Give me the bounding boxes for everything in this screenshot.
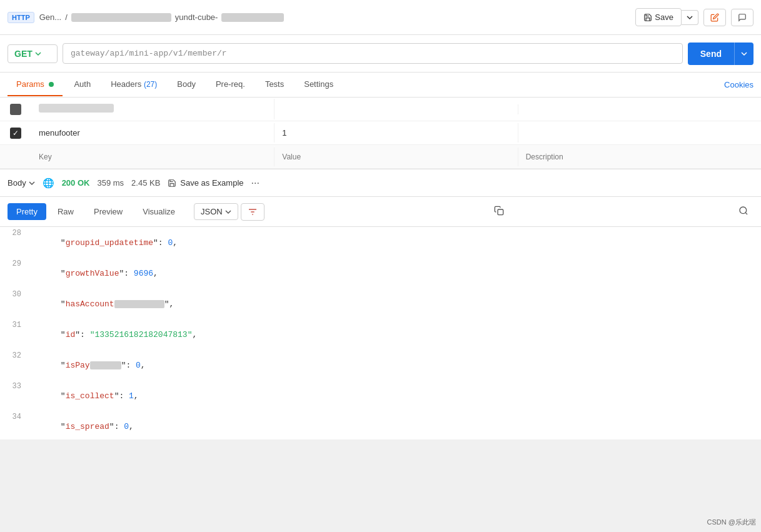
- tab-params-label: Params: [16, 79, 44, 89]
- line-number: 28: [0, 228, 31, 238]
- list-item: 32 "isPay": 0,: [0, 349, 761, 380]
- svg-line-5: [745, 213, 747, 214]
- view-tab-preview-label: Preview: [94, 207, 123, 216]
- table-row: menufooter 1: [0, 121, 761, 145]
- list-item: 28 "groupid_updatetime": 0,: [0, 227, 761, 258]
- line-content: "isPay": 0,: [31, 350, 761, 379]
- save-button[interactable]: Save: [635, 8, 682, 26]
- blur-32: [90, 361, 121, 369]
- cookies-link[interactable]: Cookies: [724, 80, 753, 89]
- col-header-key: Key: [31, 148, 275, 166]
- status-badge: 200 OK: [62, 178, 90, 188]
- body-dropdown[interactable]: Body: [8, 178, 35, 188]
- view-tab-pretty[interactable]: Pretty: [8, 203, 46, 220]
- line-number: 34: [0, 411, 31, 421]
- breadcrumb: Gen... / yundt-cube-: [39, 13, 631, 22]
- tab-auth[interactable]: Auth: [65, 73, 99, 96]
- response-size: 2.45 KB: [131, 178, 160, 188]
- list-item: 33 "is_collect": 1,: [0, 380, 761, 411]
- header-actions: Save: [635, 8, 753, 26]
- edit-icon: [710, 13, 719, 22]
- param-value-menufooter: 1: [275, 123, 518, 143]
- breadcrumb-gen: Gen...: [39, 13, 61, 22]
- line-content: "is_collect": 1,: [31, 381, 761, 410]
- filter-button[interactable]: [241, 203, 265, 221]
- param-key-menufooter: menufooter: [31, 123, 275, 143]
- tab-auth-label: Auth: [74, 79, 91, 89]
- tab-params[interactable]: Params: [8, 73, 63, 96]
- line-number: 29: [0, 258, 31, 268]
- edit-button[interactable]: [703, 9, 726, 26]
- chevron-down-icon: [687, 14, 693, 21]
- tab-body-label: Body: [177, 79, 196, 89]
- list-item: 29 "growthValue": 9696,: [0, 258, 761, 288]
- view-tab-raw[interactable]: Raw: [49, 203, 83, 220]
- params-table: menufooter 1 Key Value Description: [0, 98, 761, 169]
- format-select[interactable]: JSON: [194, 203, 238, 220]
- line-content: "groupid_updatetime": 0,: [31, 228, 761, 257]
- line-number: 30: [0, 289, 31, 299]
- send-label: Send: [688, 44, 734, 64]
- view-tab-visualize-label: Visualize: [143, 207, 175, 216]
- list-item: 30 "hasAccount",: [0, 288, 761, 319]
- svg-rect-3: [498, 209, 503, 215]
- save-dropdown-button[interactable]: [682, 10, 698, 25]
- tab-body[interactable]: Body: [168, 73, 204, 96]
- format-chevron-icon: [225, 209, 231, 215]
- blur-30: [114, 300, 164, 308]
- tab-headers-label: Headers: [111, 79, 144, 89]
- list-item: 31 "id": "1335216182182047813",: [0, 319, 761, 349]
- header-bar: HTTP Gen... / yundt-cube- Save: [0, 0, 761, 35]
- line-number: 32: [0, 350, 31, 360]
- copy-button[interactable]: [489, 203, 509, 221]
- send-button[interactable]: Send: [688, 43, 753, 65]
- send-chevron-icon: [741, 51, 747, 57]
- method-chevron-icon: [35, 51, 41, 57]
- save-example-icon: [168, 179, 176, 188]
- tab-prereq[interactable]: Pre-req.: [207, 73, 254, 96]
- search-icon: [738, 206, 748, 216]
- tab-headers[interactable]: Headers (27): [102, 73, 166, 96]
- comment-button[interactable]: [731, 9, 753, 26]
- method-select[interactable]: GET: [8, 44, 58, 63]
- tab-tests[interactable]: Tests: [256, 73, 293, 96]
- filter-icon: [248, 207, 258, 217]
- line-content: "hasAccount",: [31, 289, 761, 318]
- view-tab-preview[interactable]: Preview: [85, 203, 131, 220]
- url-input[interactable]: [63, 43, 683, 64]
- body-chevron-icon: [29, 180, 35, 186]
- col-header-value: Value: [275, 148, 518, 166]
- checkbox-blurred[interactable]: [10, 104, 21, 115]
- tab-settings-label: Settings: [304, 79, 333, 89]
- send-arrow[interactable]: [735, 46, 753, 62]
- tab-settings[interactable]: Settings: [295, 73, 342, 96]
- line-content: "growthValue": 9696,: [31, 258, 761, 288]
- save-example-button[interactable]: Save as Example: [168, 178, 243, 188]
- response-toolbar: Body 🌐 200 OK 359 ms 2.45 KB Save as Exa…: [0, 169, 761, 197]
- copy-icon: [494, 206, 504, 216]
- response-time: 359 ms: [97, 178, 124, 188]
- view-tab-visualize[interactable]: Visualize: [134, 203, 184, 220]
- tabs-bar: Params Auth Headers (27) Body Pre-req. T…: [0, 73, 761, 98]
- search-button[interactable]: [733, 203, 753, 221]
- save-icon: [643, 13, 652, 22]
- view-tab-raw-label: Raw: [58, 207, 74, 216]
- save-example-label: Save as Example: [180, 178, 243, 188]
- more-options-button[interactable]: ···: [251, 178, 260, 189]
- breadcrumb-sep: /: [65, 13, 68, 22]
- param-desc-menufooter: [518, 128, 761, 138]
- method-label: GET: [14, 49, 33, 59]
- save-label: Save: [655, 13, 673, 22]
- params-dot: [49, 82, 54, 87]
- url-bar: GET Send: [0, 35, 761, 73]
- checkbox-menufooter[interactable]: [10, 128, 21, 139]
- view-tab-pretty-label: Pretty: [16, 207, 38, 216]
- http-method-badge: HTTP: [8, 12, 34, 23]
- params-header-row: Key Value Description: [0, 145, 761, 169]
- body-label: Body: [8, 178, 26, 188]
- breadcrumb-middle: [71, 13, 171, 22]
- line-content: "is_spread": 0,: [31, 411, 761, 439]
- key-blur: [39, 104, 114, 113]
- list-item: 34 "is_spread": 0,: [0, 411, 761, 439]
- view-tabs: Pretty Raw Preview Visualize JSON: [0, 197, 761, 227]
